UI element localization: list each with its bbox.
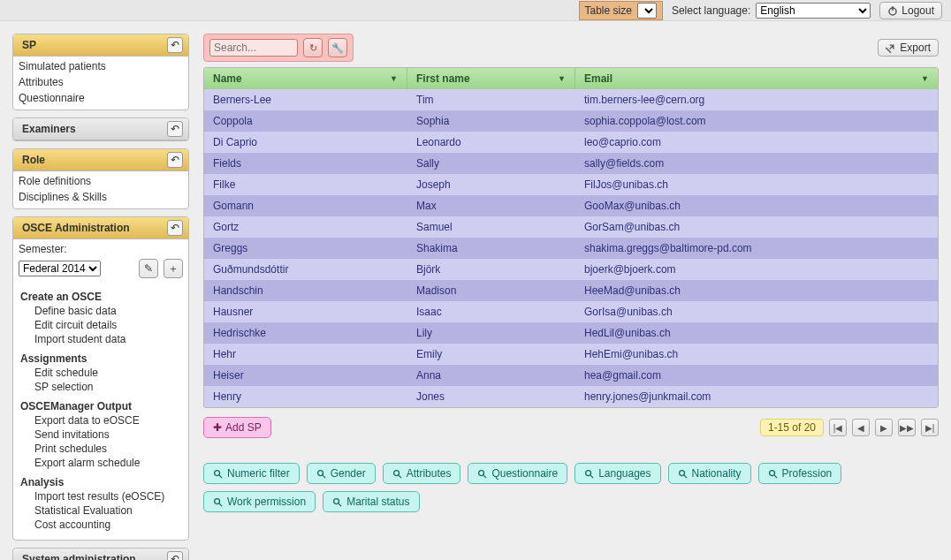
edit-semester-button[interactable]: ✎ xyxy=(139,259,158,278)
filter-button[interactable]: Attributes xyxy=(383,463,461,484)
panel-sp-header[interactable]: SP ↶ xyxy=(13,34,188,57)
panel-sysadmin-header[interactable]: System administration ↶ xyxy=(13,549,188,560)
th-name[interactable]: Name▼ xyxy=(204,68,407,89)
osce-section-item[interactable]: Edit circuit details xyxy=(20,317,181,331)
language-select[interactable]: English xyxy=(756,3,871,19)
add-sp-label: Add SP xyxy=(225,421,262,434)
table-row[interactable]: CoppolaSophiasophia.coppola@lost.com xyxy=(204,110,938,132)
add-sp-button[interactable]: ✚ Add SP xyxy=(203,417,271,438)
sort-icon: ▼ xyxy=(921,74,929,83)
panel-examiners-header[interactable]: Examiners ↶ xyxy=(13,118,188,140)
table-row[interactable]: GreggsShakimashakima.greggs@baltimore-pd… xyxy=(204,238,938,259)
filter-button[interactable]: Marital status xyxy=(323,491,419,512)
filter-label: Gender xyxy=(331,467,366,480)
table-row[interactable]: HandschinMadisonHeeMad@unibas.ch xyxy=(204,280,938,301)
table-row[interactable]: GuðmundsdóttirBjörkbjoerk@bjoerk.com xyxy=(204,259,938,280)
prev-icon: ◀ xyxy=(857,423,864,433)
table-row[interactable]: HenryJoneshenry.jones@junkmail.com xyxy=(204,386,938,407)
osce-section-item[interactable]: Send invitations xyxy=(20,427,181,441)
filter-button[interactable]: Work permission xyxy=(203,491,316,512)
cell-name: Hedrischke xyxy=(204,322,407,344)
pager-next-button[interactable]: ▶ xyxy=(875,419,893,436)
panel-role-header[interactable]: Role ↶ xyxy=(13,149,188,171)
cell-first-name: Lily xyxy=(407,322,575,344)
sidebar-item[interactable]: Disciplines & Skills xyxy=(19,189,183,205)
collapse-icon[interactable]: ↶ xyxy=(167,220,183,236)
osce-section-item[interactable]: Cost accounting xyxy=(20,517,181,531)
svg-point-8 xyxy=(479,470,484,475)
panel-role: Role ↶ Role definitionsDisciplines & Ski… xyxy=(12,148,189,209)
panel-osce-title: OSCE Administration xyxy=(22,222,130,234)
cell-first-name: Tim xyxy=(407,89,575,110)
osce-section-item[interactable]: Statistical Evaluation xyxy=(20,503,181,517)
table-size-label: Table size xyxy=(585,4,632,17)
cell-first-name: Samuel xyxy=(407,216,575,238)
semester-select[interactable]: Federal 2014 xyxy=(19,261,101,276)
filter-button[interactable]: Nationality xyxy=(668,463,751,484)
cell-first-name: Max xyxy=(407,195,575,216)
filter-button[interactable]: Questionnaire xyxy=(468,463,567,484)
add-semester-button[interactable]: ＋ xyxy=(164,259,183,278)
table-row[interactable]: GortzSamuelGorSam@unibas.ch xyxy=(204,216,938,238)
toolbar: ↻ 🔧 Export xyxy=(203,34,939,62)
svg-point-10 xyxy=(586,470,591,475)
panel-osce-header[interactable]: OSCE Administration ↶ xyxy=(13,217,188,239)
th-first-name[interactable]: First name▼ xyxy=(407,68,575,89)
osce-section-item[interactable]: Print schedules xyxy=(20,441,181,455)
osce-section-item[interactable]: SP selection xyxy=(20,379,181,393)
table-row[interactable]: Berners-LeeTimtim.berners-lee@cern.org xyxy=(204,89,938,110)
pager-skip-button[interactable]: ▶▶ xyxy=(898,419,916,436)
data-table: Name▼ First name▼ Email▼ Berners-LeeTimt… xyxy=(203,67,939,408)
svg-line-9 xyxy=(483,474,486,477)
osce-section-item[interactable]: Export alarm schedule xyxy=(20,455,181,469)
collapse-icon[interactable]: ↶ xyxy=(167,152,183,168)
sidebar-item[interactable]: Simulated patients xyxy=(19,58,183,74)
filter-button[interactable]: Languages xyxy=(574,463,660,484)
panel-sysadmin-title: System administration xyxy=(22,553,136,560)
table-row[interactable]: HausnerIsaacGorIsa@unibas.ch xyxy=(204,301,938,322)
sidebar: SP ↶ Simulated patientsAttributesQuestio… xyxy=(12,34,189,560)
collapse-icon[interactable]: ↶ xyxy=(167,551,183,560)
filter-row: Numeric filterGenderAttributesQuestionna… xyxy=(203,463,939,512)
collapse-icon[interactable]: ↶ xyxy=(167,37,183,53)
power-icon xyxy=(887,5,898,16)
th-email[interactable]: Email▼ xyxy=(575,68,938,89)
osce-section-item[interactable]: Import test results (eOSCE) xyxy=(20,488,181,503)
cell-name: Gortz xyxy=(204,216,407,238)
osce-section-item[interactable]: Import student data xyxy=(20,331,181,345)
osce-section-heading: Analysis xyxy=(20,476,181,488)
osce-section-item[interactable]: Define basic data xyxy=(20,303,181,317)
table-row[interactable]: Di CaprioLeonardoleo@caprio.com xyxy=(204,132,938,153)
filter-label: Profession xyxy=(782,467,833,480)
pager-last-button[interactable]: ▶| xyxy=(921,419,939,436)
cell-email: GooMax@unibas.ch xyxy=(575,195,938,216)
osce-section-item[interactable]: Export data to eOSCE xyxy=(20,412,181,427)
filter-button[interactable]: Numeric filter xyxy=(203,463,300,484)
logout-button[interactable]: Logout xyxy=(879,2,942,19)
sidebar-item[interactable]: Attributes xyxy=(19,74,183,90)
search-refresh-button[interactable]: ↻ xyxy=(303,38,323,57)
osce-section-item[interactable]: Edit schedule xyxy=(20,365,181,379)
filter-button[interactable]: Gender xyxy=(307,463,376,484)
pencil-icon: ✎ xyxy=(144,262,153,275)
magnify-icon xyxy=(678,469,688,479)
table-row[interactable]: FilkeJosephFilJos@unibas.ch xyxy=(204,174,938,195)
cell-first-name: Sally xyxy=(407,153,575,174)
search-settings-button[interactable]: 🔧 xyxy=(328,38,347,57)
sidebar-item[interactable]: Role definitions xyxy=(19,173,183,189)
table-row[interactable]: HehrEmilyHehEmi@unibas.ch xyxy=(204,344,938,365)
osce-section-heading: Create an OSCE xyxy=(20,291,181,303)
table-row[interactable]: HeiserAnnahea@gmail.com xyxy=(204,365,938,386)
svg-point-18 xyxy=(334,498,339,503)
search-input[interactable] xyxy=(209,39,298,57)
table-size-select[interactable] xyxy=(637,3,657,19)
collapse-icon[interactable]: ↶ xyxy=(167,121,183,137)
pager-first-button[interactable]: |◀ xyxy=(829,419,847,436)
sidebar-item[interactable]: Questionnaire xyxy=(19,90,183,106)
export-button[interactable]: Export xyxy=(878,39,939,57)
table-row[interactable]: HedrischkeLilyHedLil@unibas.ch xyxy=(204,322,938,344)
table-row[interactable]: FieldsSallysally@fields.com xyxy=(204,153,938,174)
pager-prev-button[interactable]: ◀ xyxy=(852,419,870,436)
filter-button[interactable]: Profession xyxy=(758,463,842,484)
table-row[interactable]: GomannMaxGooMax@unibas.ch xyxy=(204,195,938,216)
